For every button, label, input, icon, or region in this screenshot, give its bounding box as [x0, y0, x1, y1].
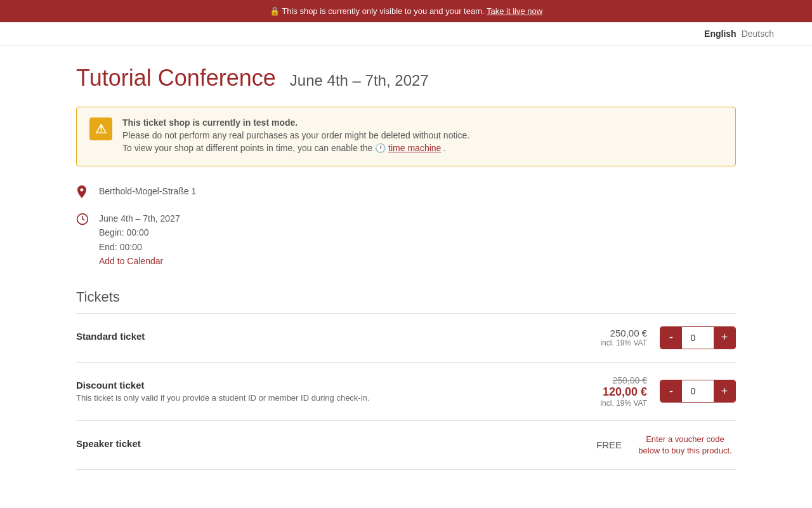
tickets-container: Standard ticket250,00 €incl. 19% VAT-+Di…	[76, 314, 736, 470]
ticket-name-speaker: Speaker ticket	[76, 438, 546, 449]
clock-icon	[76, 213, 91, 229]
ticket-row-speaker: Speaker ticketFREEEnter a voucher code b…	[76, 421, 736, 470]
ticket-price-area-standard: 250,00 €incl. 19% VAT	[571, 328, 647, 347]
add-to-calendar-link[interactable]: Add to Calendar	[99, 256, 163, 266]
datetime-text: June 4th – 7th, 2027 Begin: 00:00 End: 0…	[99, 211, 180, 269]
ticket-desc-discount: This ticket is only valid if you provide…	[76, 393, 571, 403]
qty-plus-discount[interactable]: +	[714, 380, 735, 402]
warning-line2-suffix: .	[443, 143, 446, 153]
warning-line2-prefix: To view your shop at different points in…	[122, 143, 375, 153]
warning-content: This ticket shop is currently in test mo…	[122, 117, 469, 156]
event-name: Tutorial Conference	[76, 65, 276, 91]
ticket-price-standard: 250,00 €	[571, 328, 647, 338]
warning-icon: ⚠	[89, 117, 112, 140]
warning-heading: This ticket shop is currently in test mo…	[122, 117, 298, 128]
qty-control-discount: -+	[660, 380, 736, 403]
voucher-text-speaker: Enter a voucher code below to buy this p…	[634, 434, 736, 457]
banner-text: This shop is currently only visible to y…	[282, 6, 484, 16]
ticket-info-discount: Discount ticketThis ticket is only valid…	[76, 380, 571, 403]
ticket-price-area-speaker: FREE	[546, 439, 622, 450]
event-title: Tutorial Conference June 4th – 7th, 2027	[76, 65, 736, 91]
lock-icon: 🔒	[270, 6, 280, 16]
lang-deutsch[interactable]: Deutsch	[742, 29, 774, 39]
time-machine-link[interactable]: time machine	[388, 143, 441, 153]
ticket-old-price-discount: 250,00 €	[571, 375, 647, 385]
ticket-row-discount: Discount ticketThis ticket is only valid…	[76, 363, 736, 421]
ticket-free-speaker: FREE	[546, 439, 622, 450]
event-end: End: 00:00	[99, 240, 180, 254]
ticket-discount-price-discount: 120,00 €	[571, 385, 647, 399]
warning-box: ⚠ This ticket shop is currently in test …	[76, 107, 736, 166]
ticket-info-speaker: Speaker ticket	[76, 438, 546, 451]
event-dates: June 4th – 7th, 2027	[99, 211, 180, 225]
ticket-name-discount: Discount ticket	[76, 380, 571, 391]
event-info: Berthold-Mogel-Straße 1 June 4th – 7th, …	[76, 184, 736, 269]
ticket-row-standard: Standard ticket250,00 €incl. 19% VAT-+	[76, 314, 736, 363]
datetime-row: June 4th – 7th, 2027 Begin: 00:00 End: 0…	[76, 211, 736, 269]
warning-line2: To view your shop at different points in…	[122, 143, 469, 153]
qty-input-discount[interactable]	[682, 380, 714, 402]
location-text: Berthold-Mogel-Straße 1	[99, 184, 196, 198]
ticket-info-standard: Standard ticket	[76, 331, 571, 344]
warning-line1: Please do not perform any real purchases…	[122, 130, 469, 140]
take-live-link[interactable]: Take it live now	[487, 6, 542, 16]
qty-control-standard: -+	[660, 326, 736, 349]
qty-input-standard[interactable]	[682, 327, 714, 349]
ticket-vat-standard: incl. 19% VAT	[571, 338, 647, 347]
lang-english[interactable]: English	[704, 29, 737, 39]
language-bar: English Deutsch	[0, 22, 812, 46]
main-container: Tutorial Conference June 4th – 7th, 2027…	[38, 46, 774, 489]
ticket-name-standard: Standard ticket	[76, 331, 571, 342]
clock-icon: 🕐	[375, 143, 386, 153]
event-begin: Begin: 00:00	[99, 225, 180, 239]
qty-minus-discount[interactable]: -	[660, 380, 682, 402]
qty-minus-standard[interactable]: -	[660, 327, 682, 349]
tickets-heading: Tickets	[76, 289, 736, 305]
location-row: Berthold-Mogel-Straße 1	[76, 184, 736, 203]
ticket-vat-discount: incl. 19% VAT	[571, 399, 647, 408]
qty-plus-standard[interactable]: +	[714, 327, 735, 349]
ticket-price-area-discount: 250,00 €120,00 €incl. 19% VAT	[571, 375, 647, 408]
location-icon	[76, 185, 91, 203]
event-date-range: June 4th – 7th, 2027	[290, 72, 429, 89]
top-banner: 🔒 This shop is currently only visible to…	[0, 0, 812, 22]
